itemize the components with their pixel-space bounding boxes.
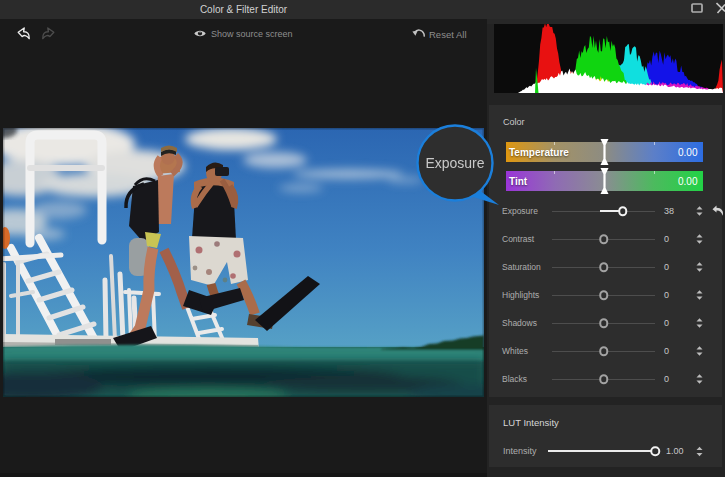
svg-text:Exposure: Exposure [425,155,484,171]
